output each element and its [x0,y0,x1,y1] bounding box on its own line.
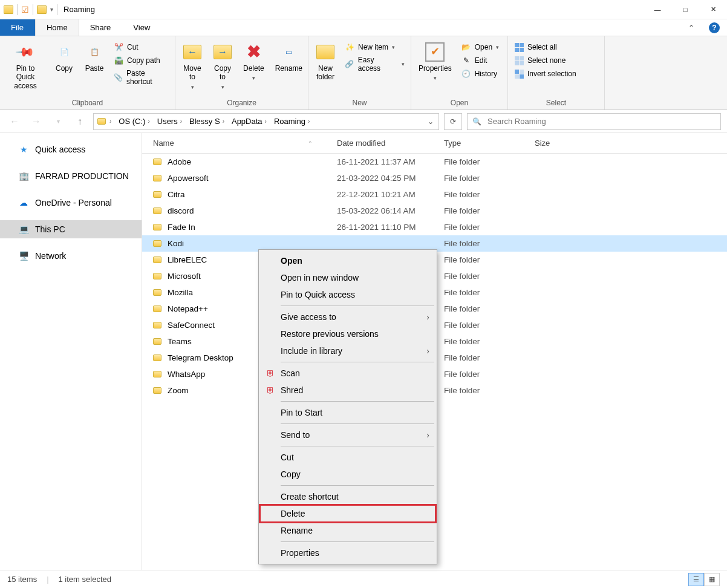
select-none-icon [514,56,524,65]
label: Paste [85,64,104,73]
ctx-properties[interactable]: Properties [260,544,435,561]
breadcrumb-item[interactable]: Users› [154,117,186,126]
file-name: SafeConnect [168,321,215,330]
nav-forward-button[interactable]: → [28,113,45,130]
delete-button[interactable]: ✖ Delete▾ [240,40,268,84]
help-button[interactable]: ? [702,19,727,36]
tab-file[interactable]: File [0,19,35,36]
copy-button[interactable]: 📄 Copy [51,40,77,75]
ctx-scan[interactable]: ⛨Scan [260,365,435,382]
sidebar-item-onedrive[interactable]: ☁OneDrive - Personal [0,194,142,212]
ctx-shred[interactable]: ⛨Shred [260,382,435,399]
tab-home[interactable]: Home [35,19,79,36]
network-icon: 🖥️ [18,250,29,261]
copy-icon: 📄 [54,42,74,62]
breadcrumb-item[interactable]: Roaming› [270,117,313,126]
paste-shortcut-button[interactable]: 📎Paste shortcut [111,68,171,87]
select-all-icon [514,42,524,52]
new-item-button[interactable]: ✨New item ▾ [342,41,407,53]
sidebar-item-quick-access[interactable]: ★Quick access [0,140,142,158]
select-all-button[interactable]: Select all [512,41,579,53]
column-date[interactable]: Date modified [337,139,444,148]
select-none-button[interactable]: Select none [512,54,579,67]
ctx-give-access-to[interactable]: Give access to› [260,309,435,325]
sidebar-item-network[interactable]: 🖥️Network [0,247,142,265]
pin-to-quick-access-button[interactable]: 📌 Pin to Quick access [4,40,47,93]
folder-icon [153,191,161,198]
maximize-button[interactable]: □ [671,0,699,19]
column-size[interactable]: Size [535,139,727,148]
ctx-cut[interactable]: Cut [260,449,435,466]
delete-icon: ✖ [244,42,263,62]
file-row[interactable]: Citra22-12-2021 10:21 AMFile folder [142,186,727,203]
window-title: Roaming [64,5,95,14]
breadcrumb-item[interactable]: AppData› [228,117,270,126]
ctx-open[interactable]: Open [260,252,435,269]
nav-back-button[interactable]: ← [6,113,23,130]
new-folder-button[interactable]: New folder [312,40,339,84]
ctx-delete[interactable]: Delete [260,505,435,522]
ctx-separator [281,446,434,446]
history-button[interactable]: 🕘History [459,68,501,80]
ctx-pin-quick-access[interactable]: Pin to Quick access [260,286,435,303]
refresh-button[interactable]: ⟳ [444,113,462,130]
ctx-rename[interactable]: Rename [260,522,435,539]
view-large-icons-button[interactable]: ▦ [704,573,720,586]
tab-share[interactable]: Share [79,19,123,36]
file-name: Adobe [168,157,191,166]
nav-recent-dropdown[interactable]: ▾ [50,113,67,130]
collapse-ribbon-icon[interactable]: ⌃ [681,19,702,36]
qat-check-icon[interactable]: ☑ [21,5,29,15]
copy-to-button[interactable]: → Copy to▾ [209,40,236,93]
open-icon: 📂 [461,42,471,52]
breadcrumb-item[interactable]: OS (C:)› [115,117,153,126]
file-row[interactable]: Apowersoft21-03-2022 04:25 PMFile folder [142,170,727,186]
breadcrumb-dropdown[interactable]: ⌄ [423,117,438,126]
ctx-include-in-library[interactable]: Include in library› [260,342,435,359]
search-box[interactable]: 🔍 [467,113,721,130]
copy-path-button[interactable]: 🛣️Copy path [111,54,171,67]
new-folder-icon [316,42,335,62]
properties-button[interactable]: ✔ Properties▾ [415,40,455,84]
invert-selection-button[interactable]: Invert selection [512,68,579,80]
cut-button[interactable]: ✂️Cut [111,41,171,53]
breadcrumb-item[interactable]: Blessy S› [186,117,228,126]
sidebar-item-this-pc[interactable]: 💻This PC [0,220,142,238]
column-type[interactable]: Type [444,139,535,148]
file-row[interactable]: discord15-03-2022 06:14 AMFile folder [142,203,727,219]
rename-icon: ▭ [279,42,298,62]
minimize-button[interactable]: — [644,0,671,19]
breadcrumb-bar[interactable]: › OS (C:)› Users› Blessy S› AppData› Roa… [93,113,439,130]
column-name[interactable]: Name⌃ [142,139,337,148]
rename-button[interactable]: ▭ Rename [272,40,306,75]
move-to-button[interactable]: ← Move to▾ [179,40,206,93]
sidebar-item-library[interactable]: 🏢FARRAD PRODUCTION [0,167,142,185]
ctx-send-to[interactable]: Send to› [260,426,435,443]
breadcrumb-root-icon[interactable] [97,118,106,125]
nav-up-button[interactable]: ↑ [71,113,88,130]
view-details-button[interactable]: ☰ [688,573,704,586]
open-button[interactable]: 📂Open ▾ [459,41,501,53]
ctx-copy[interactable]: Copy [260,466,435,483]
ctx-restore-previous[interactable]: Restore previous versions [260,325,435,342]
qat-dropdown-icon[interactable]: ▾ [50,6,53,13]
file-type: File folder [444,353,535,362]
file-type: File folder [444,337,535,346]
search-input[interactable] [486,116,716,126]
chevron-right-icon[interactable]: › [109,118,111,125]
ctx-open-new-window[interactable]: Open in new window [260,269,435,286]
edit-button[interactable]: ✎Edit [459,54,501,67]
pc-icon: 💻 [18,224,29,235]
file-row[interactable]: Fade In26-11-2021 11:10 PMFile folder [142,219,727,235]
group-label: Clipboard [4,97,171,109]
ctx-create-shortcut[interactable]: Create shortcut [260,488,435,505]
paste-button[interactable]: 📋 Paste [81,40,108,75]
file-row[interactable]: Adobe16-11-2021 11:37 AMFile folder [142,154,727,170]
qat-folder-icon[interactable] [37,5,47,14]
easy-access-button[interactable]: 🔗Easy access ▾ [342,54,407,74]
ribbon-tabs: File Home Share View ⌃ ? [0,19,727,36]
title-bar: ☑ ▾ Roaming — □ ✕ [0,0,727,19]
tab-view[interactable]: View [122,19,161,36]
close-button[interactable]: ✕ [699,0,727,19]
ctx-pin-to-start[interactable]: Pin to Start [260,404,435,421]
